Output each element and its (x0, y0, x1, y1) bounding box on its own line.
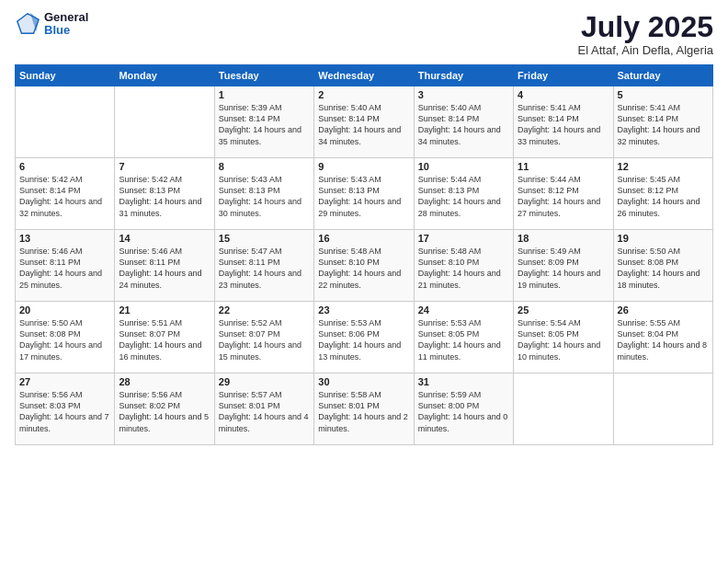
calendar-cell: 29Sunrise: 5:57 AM Sunset: 8:01 PM Dayli… (214, 373, 313, 445)
cell-content: Sunrise: 5:44 AM Sunset: 8:13 PM Dayligh… (418, 174, 509, 219)
calendar-cell: 12Sunrise: 5:45 AM Sunset: 8:12 PM Dayli… (613, 158, 712, 230)
week-row-5: 27Sunrise: 5:56 AM Sunset: 8:03 PM Dayli… (16, 373, 713, 445)
day-number: 1 (219, 89, 310, 100)
weekday-header-row: SundayMondayTuesdayWednesdayThursdayFrid… (16, 65, 713, 86)
cell-content: Sunrise: 5:49 AM Sunset: 8:09 PM Dayligh… (518, 246, 609, 291)
calendar-cell (613, 373, 712, 445)
day-number: 8 (219, 161, 310, 172)
cell-content: Sunrise: 5:42 AM Sunset: 8:14 PM Dayligh… (19, 174, 110, 219)
weekday-header-thursday: Thursday (414, 65, 513, 86)
calendar-cell: 3Sunrise: 5:40 AM Sunset: 8:14 PM Daylig… (414, 86, 513, 158)
month-title: July 2025 (578, 11, 713, 43)
day-number: 3 (418, 89, 509, 100)
calendar-cell: 28Sunrise: 5:56 AM Sunset: 8:02 PM Dayli… (115, 373, 214, 445)
cell-content: Sunrise: 5:51 AM Sunset: 8:07 PM Dayligh… (119, 317, 210, 362)
cell-content: Sunrise: 5:48 AM Sunset: 8:10 PM Dayligh… (418, 246, 509, 291)
cell-content: Sunrise: 5:41 AM Sunset: 8:14 PM Dayligh… (518, 102, 609, 147)
cell-content: Sunrise: 5:59 AM Sunset: 8:00 PM Dayligh… (418, 389, 509, 434)
day-number: 15 (219, 233, 310, 244)
day-number: 27 (19, 376, 110, 387)
cell-content: Sunrise: 5:45 AM Sunset: 8:12 PM Dayligh… (618, 174, 709, 219)
cell-content: Sunrise: 5:52 AM Sunset: 8:07 PM Dayligh… (219, 317, 310, 362)
calendar-cell: 25Sunrise: 5:54 AM Sunset: 8:05 PM Dayli… (514, 302, 613, 373)
cell-content: Sunrise: 5:53 AM Sunset: 8:05 PM Dayligh… (418, 317, 509, 362)
day-number: 9 (318, 161, 409, 172)
cell-content: Sunrise: 5:46 AM Sunset: 8:11 PM Dayligh… (119, 246, 210, 291)
day-number: 30 (318, 376, 409, 387)
calendar-cell: 18Sunrise: 5:49 AM Sunset: 8:09 PM Dayli… (514, 230, 613, 302)
calendar-cell: 8Sunrise: 5:43 AM Sunset: 8:13 PM Daylig… (214, 158, 313, 230)
calendar-cell: 24Sunrise: 5:53 AM Sunset: 8:05 PM Dayli… (414, 302, 513, 373)
day-number: 29 (219, 376, 310, 387)
header: General Blue July 2025 El Attaf, Ain Def… (15, 11, 713, 57)
calendar-cell: 23Sunrise: 5:53 AM Sunset: 8:06 PM Dayli… (314, 302, 414, 373)
calendar-cell (514, 373, 613, 445)
cell-content: Sunrise: 5:39 AM Sunset: 8:14 PM Dayligh… (219, 102, 310, 147)
calendar-cell: 11Sunrise: 5:44 AM Sunset: 8:12 PM Dayli… (514, 158, 613, 230)
calendar-cell: 16Sunrise: 5:48 AM Sunset: 8:10 PM Dayli… (314, 230, 414, 302)
logo-general: General (44, 11, 88, 24)
logo-icon (15, 11, 40, 37)
cell-content: Sunrise: 5:40 AM Sunset: 8:14 PM Dayligh… (318, 102, 409, 147)
cell-content: Sunrise: 5:47 AM Sunset: 8:11 PM Dayligh… (219, 246, 310, 291)
day-number: 12 (618, 161, 709, 172)
week-row-2: 6Sunrise: 5:42 AM Sunset: 8:14 PM Daylig… (16, 158, 713, 230)
day-number: 14 (119, 233, 210, 244)
cell-content: Sunrise: 5:48 AM Sunset: 8:10 PM Dayligh… (318, 246, 409, 291)
day-number: 16 (318, 233, 409, 244)
calendar-cell: 10Sunrise: 5:44 AM Sunset: 8:13 PM Dayli… (414, 158, 513, 230)
day-number: 2 (318, 89, 409, 100)
cell-content: Sunrise: 5:54 AM Sunset: 8:05 PM Dayligh… (518, 317, 609, 362)
calendar-cell (115, 86, 214, 158)
calendar-cell: 14Sunrise: 5:46 AM Sunset: 8:11 PM Dayli… (115, 230, 214, 302)
calendar-cell: 4Sunrise: 5:41 AM Sunset: 8:14 PM Daylig… (514, 86, 613, 158)
cell-content: Sunrise: 5:50 AM Sunset: 8:08 PM Dayligh… (618, 246, 709, 291)
logo-text: General Blue (44, 11, 88, 38)
day-number: 31 (418, 376, 509, 387)
cell-content: Sunrise: 5:55 AM Sunset: 8:04 PM Dayligh… (618, 317, 709, 362)
week-row-1: 1Sunrise: 5:39 AM Sunset: 8:14 PM Daylig… (16, 86, 713, 158)
weekday-header-sunday: Sunday (16, 65, 115, 86)
weekday-header-tuesday: Tuesday (214, 65, 313, 86)
cell-content: Sunrise: 5:42 AM Sunset: 8:13 PM Dayligh… (119, 174, 210, 219)
day-number: 24 (418, 304, 509, 316)
day-number: 5 (618, 89, 709, 100)
cell-content: Sunrise: 5:58 AM Sunset: 8:01 PM Dayligh… (318, 389, 409, 434)
day-number: 7 (119, 161, 210, 172)
weekday-header-monday: Monday (115, 65, 214, 86)
cell-content: Sunrise: 5:57 AM Sunset: 8:01 PM Dayligh… (219, 389, 310, 434)
calendar-cell (16, 86, 115, 158)
day-number: 22 (219, 304, 310, 316)
day-number: 10 (418, 161, 509, 172)
day-number: 11 (518, 161, 609, 172)
weekday-header-wednesday: Wednesday (314, 65, 414, 86)
day-number: 23 (318, 304, 409, 316)
cell-content: Sunrise: 5:43 AM Sunset: 8:13 PM Dayligh… (318, 174, 409, 219)
calendar-cell: 19Sunrise: 5:50 AM Sunset: 8:08 PM Dayli… (613, 230, 712, 302)
cell-content: Sunrise: 5:44 AM Sunset: 8:12 PM Dayligh… (518, 174, 609, 219)
cell-content: Sunrise: 5:43 AM Sunset: 8:13 PM Dayligh… (219, 174, 310, 219)
location: El Attaf, Ain Defla, Algeria (578, 43, 713, 57)
day-number: 28 (119, 376, 210, 387)
weekday-header-friday: Friday (514, 65, 613, 86)
title-block: July 2025 El Attaf, Ain Defla, Algeria (578, 11, 713, 57)
day-number: 13 (19, 233, 110, 244)
day-number: 6 (19, 161, 110, 172)
calendar-cell: 1Sunrise: 5:39 AM Sunset: 8:14 PM Daylig… (214, 86, 313, 158)
day-number: 20 (19, 304, 110, 316)
calendar-cell: 30Sunrise: 5:58 AM Sunset: 8:01 PM Dayli… (314, 373, 414, 445)
day-number: 25 (518, 304, 609, 316)
cell-content: Sunrise: 5:53 AM Sunset: 8:06 PM Dayligh… (318, 317, 409, 362)
cell-content: Sunrise: 5:50 AM Sunset: 8:08 PM Dayligh… (19, 317, 110, 362)
day-number: 21 (119, 304, 210, 316)
week-row-4: 20Sunrise: 5:50 AM Sunset: 8:08 PM Dayli… (16, 302, 713, 373)
calendar-cell: 9Sunrise: 5:43 AM Sunset: 8:13 PM Daylig… (314, 158, 414, 230)
calendar-cell: 31Sunrise: 5:59 AM Sunset: 8:00 PM Dayli… (414, 373, 513, 445)
calendar-cell: 6Sunrise: 5:42 AM Sunset: 8:14 PM Daylig… (16, 158, 115, 230)
day-number: 17 (418, 233, 509, 244)
calendar-cell: 13Sunrise: 5:46 AM Sunset: 8:11 PM Dayli… (16, 230, 115, 302)
calendar-cell: 5Sunrise: 5:41 AM Sunset: 8:14 PM Daylig… (613, 86, 712, 158)
cell-content: Sunrise: 5:46 AM Sunset: 8:11 PM Dayligh… (19, 246, 110, 291)
calendar-cell: 21Sunrise: 5:51 AM Sunset: 8:07 PM Dayli… (115, 302, 214, 373)
calendar-cell: 22Sunrise: 5:52 AM Sunset: 8:07 PM Dayli… (214, 302, 313, 373)
